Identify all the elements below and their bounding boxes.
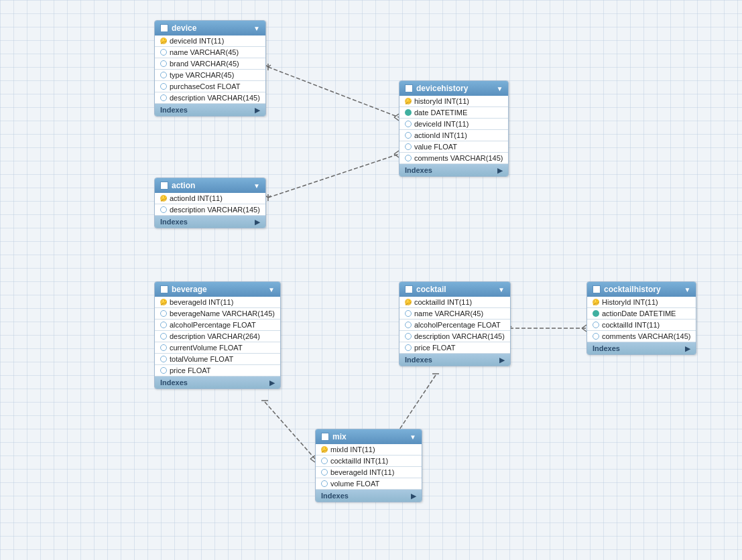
dropdown-arrow-icon[interactable]: ▼ xyxy=(268,286,275,293)
indexes-arrow-icon[interactable]: ▶ xyxy=(499,356,505,364)
indexes-arrow-icon[interactable]: ▶ xyxy=(685,345,690,352)
indexes-devicehistory[interactable]: Indexes▶ xyxy=(399,164,508,176)
table-field: 🔑actionId INT(11) xyxy=(155,193,265,204)
table-field: 🔑deviceId INT(11) xyxy=(155,36,265,47)
table-field: 🔑beverageId INT(11) xyxy=(155,297,280,308)
table-header-device[interactable]: device▼ xyxy=(155,21,265,36)
table-header-devicehistory[interactable]: devicehistory▼ xyxy=(399,81,508,96)
field-label: price FLOAT xyxy=(170,366,211,374)
field-label: alcoholPercentage FLOAT xyxy=(414,321,501,329)
circle-icon xyxy=(160,72,167,78)
indexes-mix[interactable]: Indexes▶ xyxy=(316,490,422,502)
key-icon: 🔑 xyxy=(405,98,412,104)
table-field: cocktailId INT(11) xyxy=(587,320,696,331)
circle-icon xyxy=(321,458,328,464)
table-beverage: beverage▼🔑beverageId INT(11)beverageName… xyxy=(154,281,281,389)
table-cocktail: cocktail▼🔑cocktailId INT(11)name VARCHAR… xyxy=(399,281,511,366)
table-header-cocktailhistory[interactable]: cocktailhistory▼ xyxy=(587,282,696,297)
table-title-mix: mix xyxy=(332,432,347,441)
circle-icon xyxy=(405,132,412,139)
field-label: cocktailId INT(11) xyxy=(602,321,660,329)
table-action: action▼🔑actionId INT(11)description VARC… xyxy=(154,178,266,228)
dropdown-arrow-icon[interactable]: ▼ xyxy=(410,433,416,441)
table-header-mix[interactable]: mix▼ xyxy=(316,429,422,444)
table-field: brand VARCHAR(45) xyxy=(155,58,265,70)
dropdown-arrow-icon[interactable]: ▼ xyxy=(253,25,260,32)
circle-icon xyxy=(405,310,412,317)
dropdown-arrow-icon[interactable]: ▼ xyxy=(497,85,503,92)
table-field: actionDate DATETIME xyxy=(587,308,696,320)
table-mix: mix▼🔑mixId INT(11)cocktailId INT(11)beve… xyxy=(315,429,422,502)
field-label: name VARCHAR(45) xyxy=(414,309,483,318)
indexes-label: Indexes xyxy=(160,106,188,114)
field-label: mixId INT(11) xyxy=(330,445,375,453)
table-field: name VARCHAR(45) xyxy=(155,47,265,58)
table-field: deviceId INT(11) xyxy=(399,119,508,130)
table-header-action[interactable]: action▼ xyxy=(155,178,265,193)
table-field: type VARCHAR(45) xyxy=(155,70,265,81)
circle-icon xyxy=(160,83,167,90)
table-field: volume FLOAT xyxy=(316,478,422,490)
table-field: beverageId INT(11) xyxy=(316,467,422,478)
circle-icon xyxy=(593,333,599,340)
table-field: totalVolume FLOAT xyxy=(155,354,280,365)
table-title-cocktailhistory: cocktailhistory xyxy=(604,285,661,294)
circle-icon xyxy=(160,49,167,56)
indexes-arrow-icon[interactable]: ▶ xyxy=(255,218,260,226)
field-label: comments VARCHAR(145) xyxy=(602,332,690,340)
table-icon xyxy=(405,84,413,92)
table-header-cocktail[interactable]: cocktail▼ xyxy=(399,282,510,297)
field-label: actionDate DATETIME xyxy=(602,309,676,318)
indexes-cocktail[interactable]: Indexes▶ xyxy=(399,354,510,366)
table-icon xyxy=(321,433,329,441)
indexes-label: Indexes xyxy=(593,344,620,352)
circle-icon xyxy=(160,310,167,317)
dropdown-arrow-icon[interactable]: ▼ xyxy=(498,286,505,293)
table-header-beverage[interactable]: beverage▼ xyxy=(155,282,280,297)
field-label: actionId INT(11) xyxy=(414,131,467,139)
table-field: 🔑mixId INT(11) xyxy=(316,444,422,456)
field-label: value FLOAT xyxy=(414,143,457,151)
dropdown-arrow-icon[interactable]: ▼ xyxy=(253,182,260,190)
table-field: comments VARCHAR(145) xyxy=(587,331,696,342)
indexes-arrow-icon[interactable]: ▶ xyxy=(255,107,260,114)
circle-icon xyxy=(160,344,167,351)
field-label: currentVolume FLOAT xyxy=(170,344,243,352)
table-field: price FLOAT xyxy=(155,365,280,376)
circle-icon xyxy=(160,60,167,67)
indexes-cocktailhistory[interactable]: Indexes▶ xyxy=(587,342,696,354)
table-field: description VARCHAR(264) xyxy=(155,331,280,342)
dropdown-arrow-icon[interactable]: ▼ xyxy=(684,286,691,293)
field-label: beverageId INT(11) xyxy=(170,298,233,306)
circle-icon xyxy=(321,480,328,487)
indexes-label: Indexes xyxy=(405,166,432,174)
indexes-device[interactable]: Indexes▶ xyxy=(155,104,265,116)
indexes-arrow-icon[interactable]: ▶ xyxy=(269,379,275,387)
circle-icon xyxy=(160,94,167,101)
indexes-arrow-icon[interactable]: ▶ xyxy=(497,167,503,174)
field-label: description VARCHAR(145) xyxy=(414,332,505,340)
circle-icon xyxy=(405,155,412,161)
key-icon: 🔑 xyxy=(321,446,328,453)
indexes-label: Indexes xyxy=(160,378,188,387)
field-label: HistoryId INT(11) xyxy=(602,298,658,306)
table-title-devicehistory: devicehistory xyxy=(416,84,468,93)
field-label: price FLOAT xyxy=(414,344,456,352)
indexes-label: Indexes xyxy=(321,492,349,500)
indexes-beverage[interactable]: Indexes▶ xyxy=(155,376,280,389)
indexes-action[interactable]: Indexes▶ xyxy=(155,216,265,228)
indexes-arrow-icon[interactable]: ▶ xyxy=(411,492,416,500)
table-device: device▼🔑deviceId INT(11)name VARCHAR(45)… xyxy=(154,20,266,117)
indexes-label: Indexes xyxy=(160,218,188,226)
circle-icon xyxy=(160,367,167,374)
circle-icon xyxy=(405,344,412,351)
field-label: brand VARCHAR(45) xyxy=(170,60,239,68)
table-field: actionId INT(11) xyxy=(399,130,508,141)
key-icon: 🔑 xyxy=(405,299,412,305)
field-label: deviceId INT(11) xyxy=(414,120,469,128)
field-label: description VARCHAR(264) xyxy=(170,332,260,340)
table-field: 🔑cocktailId INT(11) xyxy=(399,297,510,308)
teal-circle-icon xyxy=(593,310,599,317)
field-label: description VARCHAR(145) xyxy=(170,206,260,214)
circle-icon xyxy=(405,333,412,340)
